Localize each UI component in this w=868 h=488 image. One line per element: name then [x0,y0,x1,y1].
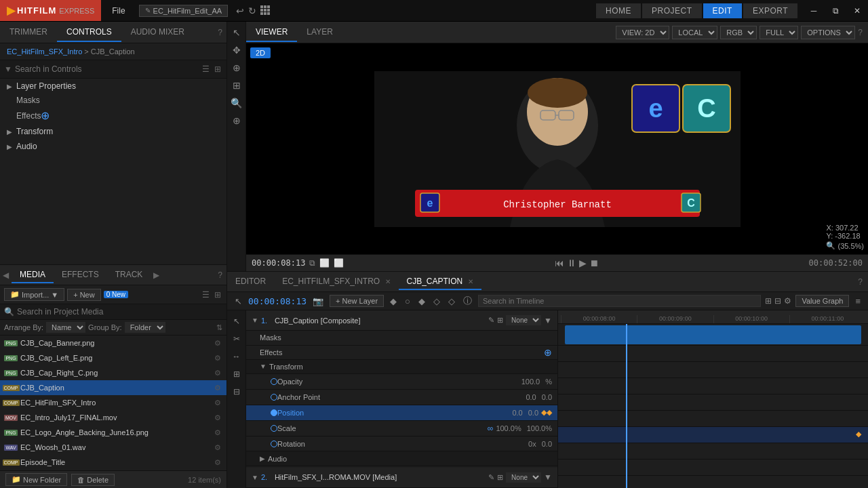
maximize-button[interactable]: ⧉ [825,0,846,22]
sort-button[interactable]: ⇅ [216,323,222,332]
effects-add-button[interactable]: ⊕ [41,109,50,122]
gear-icon[interactable]: ⚙ [214,354,221,363]
key-left-icon[interactable]: ◆ [541,408,547,417]
controls-search-input[interactable] [15,64,198,74]
tab-controls[interactable]: CONTROLS [57,23,121,42]
rotation-keyframe-icon[interactable] [271,441,277,447]
anchor-point-prop[interactable]: Anchor Point 0.0 0.0 [246,390,557,405]
layer-properties-item[interactable]: ▶ Layer Properties [0,79,226,94]
step-back-icon[interactable]: ⏸ [567,258,576,268]
playhead[interactable]: +00:00:00:16 [626,324,627,488]
list-item[interactable]: COMP Episode_Title ⚙ [0,455,226,470]
opacity-prop[interactable]: Opacity 100.0 % [246,374,557,390]
arrange-by-select[interactable]: Name [46,322,85,333]
tab-media[interactable]: MEDIA [12,267,54,283]
stop-button[interactable]: ⏹ [589,258,599,268]
tab-viewer[interactable]: VIEWER [246,23,297,42]
gear-icon[interactable]: ⚙ [214,369,221,378]
add-layer-button[interactable]: + New Layer [330,295,384,307]
new-folder-button[interactable]: 📁 New Folder [5,473,67,486]
media-search-input[interactable] [17,307,222,317]
tl-arrow-icon[interactable]: ↖ [233,296,244,307]
edit-button[interactable]: EDIT [703,3,742,18]
list-item[interactable]: PNG CJB_Cap_Banner.png ⚙ [0,336,226,350]
delete-button[interactable]: 🗑 Delete [71,474,115,486]
tab-effects[interactable]: EFFECTS [54,267,107,283]
tl-camera-icon[interactable]: 📷 [311,296,326,307]
list-item[interactable]: COMP EC_HitFilm_SFX_Intro ⚙ [0,395,226,410]
redo-icon[interactable]: ↻ [248,5,256,16]
clip-icon[interactable]: ⧉ [309,258,315,268]
track-2-expand-icon[interactable]: ▼ [252,474,258,481]
tab-cjb-caption[interactable]: CJB_CAPTION ✕ [399,274,481,290]
tl-key2-icon[interactable]: ○ [403,296,412,307]
scale-prop[interactable]: Scale ∞ 100.0% 100.0% [246,421,557,436]
mark-in-icon[interactable]: ⬜ [319,258,330,268]
tl-key4-icon[interactable]: ◇ [431,296,442,307]
list-item[interactable]: PNG EC_Logo_Angle_Backing_June16.png ⚙ [0,425,226,440]
transform-item[interactable]: ▶ Transform [0,124,226,139]
list-item[interactable]: COMP CJB_Caption ⚙ [0,380,226,395]
effects-sub-add-icon[interactable]: ⊕ [544,347,552,358]
media-list-view-icon[interactable]: ☰ [201,289,211,301]
tl-ripple-tool[interactable]: ⊟ [229,384,245,400]
options-select[interactable]: OPTIONS [801,26,855,39]
anchor-tool[interactable]: ⊞ [229,77,245,94]
list-view-icon[interactable]: ☰ [201,63,211,75]
track-2-arrow-icon[interactable]: ▼ [544,472,552,482]
scale-link-icon[interactable]: ∞ [488,424,494,433]
tl-settings-icon[interactable]: ⚙ [784,296,791,306]
track-2-lock-icon[interactable]: ⊞ [497,473,503,482]
tl-info-icon[interactable]: ⓘ [461,294,474,308]
zoom-in-tool[interactable]: 🔍 [229,95,245,111]
tl-more-icon[interactable]: ≡ [853,296,863,307]
home-button[interactable]: HOME [596,3,641,18]
anchor-keyframe-icon[interactable] [271,394,277,401]
tab-trimmer[interactable]: TRIMMER [0,23,57,42]
tab-layer[interactable]: LAYER [297,23,342,42]
masks-item[interactable]: Masks [0,94,226,107]
media-help-icon[interactable]: ? [218,270,226,280]
audio-item[interactable]: ▶ Audio [0,139,226,154]
audio-expand-icon[interactable]: ▶ [260,455,265,462]
export-button[interactable]: EXPORT [743,3,797,18]
local-mode-select[interactable]: LOCAL [672,26,717,39]
mark-out-icon[interactable]: ⬜ [334,258,344,268]
undo-icon[interactable]: ↩ [236,5,244,16]
import-button[interactable]: 📁 Import... ▼ [4,288,64,301]
tab-track[interactable]: TRACK [107,267,151,283]
tl-key1-icon[interactable]: ◆ [388,296,399,307]
value-graph-button[interactable]: Value Graph [795,295,849,307]
tl-key3-icon[interactable]: ◆ [416,296,427,307]
gear-icon[interactable]: ⚙ [214,428,221,437]
go-to-start-icon[interactable]: ⏮ [555,258,564,268]
scale-keyframe-icon[interactable] [271,425,277,432]
breadcrumb-link[interactable]: EC_HitFilm_SFX_Intro [7,47,82,56]
view-mode-select[interactable]: VIEW: 2D [616,26,669,39]
file-tab[interactable]: ✎ EC_HitFilm_Edit_AA [139,5,228,17]
tab-editor[interactable]: EDITOR [227,274,274,290]
media-tab-next[interactable]: ▶ [151,270,162,280]
group-by-select[interactable]: Folder [125,322,165,333]
color-mode-select[interactable]: RGB [720,26,757,39]
tl-collapse-icon[interactable]: ⊟ [774,296,781,306]
track-1-lock-icon[interactable]: ⊞ [497,316,503,325]
full-mode-select[interactable]: FULL [760,26,798,39]
gear-icon[interactable]: ⚙ [214,443,221,452]
tl-pointer-tool[interactable]: ↖ [229,313,245,329]
list-item[interactable]: MOV EC_Intro_July17_FINAL.mov ⚙ [0,410,226,425]
media-tab-prev[interactable]: ◀ [0,270,12,280]
new-button[interactable]: + New [67,289,100,301]
viewer-help-icon[interactable]: ? [858,28,863,37]
list-item[interactable]: WAV EC_Woosh_01.wav ⚙ [0,440,226,455]
track-2-mode-select[interactable]: None [506,472,541,483]
move-tool[interactable]: ✥ [229,42,245,58]
tl-roll-tool[interactable]: ⊞ [229,366,245,382]
tab-audio-mixer[interactable]: AUDIO MIXER [121,23,194,42]
position-prop[interactable]: Position 0.0 0.0 ◆ ◆ [246,405,557,421]
track-1-expand-icon[interactable]: ▼ [252,317,258,324]
key-right-icon[interactable]: ◆ [547,408,552,417]
minimize-button[interactable]: ─ [803,0,825,22]
tl-timecode[interactable]: 00:00:08:13 [248,296,307,306]
effects-item[interactable]: Effects ⊕ [0,107,226,124]
